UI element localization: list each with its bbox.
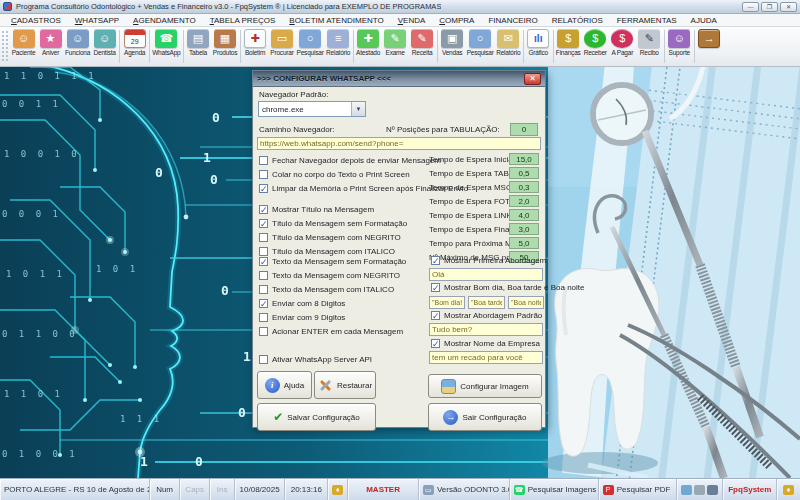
timer-inicial-field[interactable]: 15,0 bbox=[509, 153, 539, 165]
sair-configuracao-button[interactable]: → Sair Configuração bbox=[428, 403, 542, 431]
boa-tarde-input[interactable] bbox=[468, 296, 505, 309]
restore-button[interactable]: ❐ bbox=[761, 2, 778, 12]
timer-foto-field[interactable]: 2,0 bbox=[509, 195, 539, 207]
checkbox-texto-negrito[interactable]: Texto da Mensagem com NEGRITO bbox=[259, 271, 400, 280]
checkbox-enviar-8-digitos[interactable]: ✓Enviar com 8 Digitos bbox=[259, 299, 345, 308]
configurar-imagem-button[interactable]: Configurar Imagem bbox=[428, 374, 542, 398]
nome-empresa-input[interactable] bbox=[429, 351, 543, 364]
monitor-icon[interactable] bbox=[707, 485, 718, 495]
abordagem-padrao-input[interactable] bbox=[429, 323, 543, 336]
svg-text:0 0 0 1: 0 0 0 1 bbox=[2, 209, 61, 219]
toolbar-procurar-button[interactable]: ▭Procurar bbox=[269, 27, 296, 66]
checkbox-mostrar-abordagem-padrao[interactable]: ✓Mostrar Abordagem Padrão bbox=[431, 311, 542, 320]
bom-dia-input[interactable] bbox=[429, 296, 465, 309]
toolbar-whatsapp-button[interactable]: ☎WhatsApp bbox=[151, 27, 181, 66]
svg-text:0: 0 bbox=[195, 454, 203, 469]
toolbar-vendas-button[interactable]: ▣Vendas bbox=[439, 27, 466, 66]
sales-cart-icon: ▣ bbox=[441, 29, 463, 48]
toolbar-aniver-button[interactable]: ★Aniver bbox=[37, 27, 64, 66]
menu-boletim-atendimento[interactable]: BOLETIM ATENDIMENTO bbox=[282, 16, 390, 25]
timer-msg-field[interactable]: 0,3 bbox=[509, 181, 539, 193]
toolbar-separator bbox=[149, 30, 150, 63]
menu-ferramentas[interactable]: FERRAMENTAS bbox=[610, 16, 684, 25]
prescription-icon: ✎ bbox=[411, 29, 433, 48]
toolbar-recibo-button[interactable]: ✎Recibo bbox=[636, 27, 663, 66]
checkbox-titulo-italico[interactable]: Título da Mensagem com ITALICO bbox=[259, 247, 395, 256]
toolbar-funcionario-button[interactable]: ☺Funciona bbox=[64, 27, 91, 66]
toolbar-suporte-button[interactable]: ☺Suporte bbox=[666, 27, 693, 66]
whatsapp-icon: ☎ bbox=[155, 29, 177, 48]
toolbar-pesquisar-button[interactable]: ○Pesquisar bbox=[296, 27, 325, 66]
menu-venda[interactable]: VENDA bbox=[391, 16, 433, 25]
checkbox-mostrar-bom-dia[interactable]: ✓Mostrar Bom dia, Boa tarde e Boa noite bbox=[431, 283, 585, 292]
checkbox-texto-sem-formatacao[interactable]: ✓Texto da Mensagem sem Formatação bbox=[259, 257, 406, 266]
salvar-configuracao-button[interactable]: ✔ Salvar Configuração bbox=[257, 403, 376, 431]
ajuda-button[interactable]: i Ajuda bbox=[257, 371, 312, 399]
menu-tabela-precos[interactable]: TABELA PREÇOS bbox=[203, 16, 283, 25]
toolbar-relatorio-button[interactable]: ≡Relatório bbox=[325, 27, 352, 66]
menu-agendamento[interactable]: AGENDAMENTO bbox=[126, 16, 203, 25]
toolbar-dentista-button[interactable]: ☺Dentista bbox=[91, 27, 118, 66]
toolbar-atestado-button[interactable]: ✚Atestado bbox=[355, 27, 382, 66]
checkbox-titulo-negrito[interactable]: Título da Mensagem com NEGRITO bbox=[259, 233, 401, 242]
checkbox-texto-italico[interactable]: Texto da Mensagem com ITALICO bbox=[259, 285, 394, 294]
checkbox-titulo-sem-formatacao[interactable]: ✓Título da Mensagem sem Formatação bbox=[259, 219, 407, 228]
boa-noite-input[interactable] bbox=[508, 296, 544, 309]
timer-link-field[interactable]: 4,0 bbox=[509, 209, 539, 221]
dialog-close-button[interactable]: ✕ bbox=[524, 73, 541, 85]
tab-positions-field[interactable]: 0 bbox=[510, 123, 538, 136]
toolbar-agenda-button[interactable]: 29Agenda bbox=[121, 27, 148, 66]
minimize-button[interactable]: — bbox=[742, 2, 759, 12]
close-button[interactable]: ✕ bbox=[780, 2, 797, 12]
checkbox-fechar-navegador[interactable]: Fechar Navegador depois de enviar Mensag… bbox=[259, 156, 441, 165]
checkbox-mostrar-nome-empresa[interactable]: ✓Mostrar Nome da Empresa bbox=[431, 339, 540, 348]
menu-ajuda[interactable]: AJUDA bbox=[684, 16, 724, 25]
search-images-button[interactable]: ☎Pesquisar Imagens bbox=[510, 479, 599, 500]
toolbar-grafico-button[interactable]: ılıGráfico bbox=[525, 27, 552, 66]
toolbar-receber-button[interactable]: $Receber bbox=[582, 27, 609, 66]
support-agent-icon: ☺ bbox=[668, 29, 690, 48]
browser-select[interactable]: chrome.exe ▼ bbox=[258, 101, 366, 117]
toolbar-exame-button[interactable]: ✎Exame bbox=[382, 27, 409, 66]
checkbox-mostrar-primeira-abordagem[interactable]: ✓Mostrar Primeira Abordagem bbox=[431, 256, 546, 265]
timer-finalizacao-field[interactable]: 3,0 bbox=[509, 223, 539, 235]
checkbox-box: ✓ bbox=[431, 311, 440, 320]
application-window: { "window": { "title": "Programa Consult… bbox=[0, 0, 800, 500]
menu-cadastros[interactable]: CADASTROS bbox=[4, 16, 68, 25]
checkbox-ativar-server-api[interactable]: Ativar WhatsApp Server API bbox=[259, 355, 372, 364]
toolbar-receita-button[interactable]: ✎Receita bbox=[409, 27, 436, 66]
primeira-abordagem-input[interactable] bbox=[429, 268, 543, 281]
toolbar-produtos-button[interactable]: ▦Produtos bbox=[212, 27, 239, 66]
menu-financeiro[interactable]: FINANCEIRO bbox=[481, 16, 544, 25]
toolbar-apagar-button[interactable]: $A Pagar bbox=[609, 27, 636, 66]
checkbox-colar-printscreen[interactable]: Colar no corpo do Texto o Print Screen bbox=[259, 170, 410, 179]
restaurar-button[interactable]: Restaurar bbox=[314, 371, 376, 399]
menu-relatorios[interactable]: RELATÓRIOS bbox=[545, 16, 610, 25]
menu-compra[interactable]: COMPRA bbox=[432, 16, 481, 25]
toolbar-pesquisar2-button[interactable]: ○Pesquisar bbox=[466, 27, 495, 66]
checkbox-box bbox=[259, 327, 268, 336]
checkbox-mostrar-titulo[interactable]: ✓Mostrar Título na Mensagem bbox=[259, 205, 374, 214]
toolbar-tabela-button[interactable]: ▤Tabela bbox=[185, 27, 212, 66]
toolbar-sair-button[interactable]: → bbox=[696, 27, 723, 66]
configurar-whatsapp-dialog: >>> CONFIGURAR WHATSAPP <<< ✕ Navegador … bbox=[252, 70, 546, 428]
menu-whatsapp[interactable]: WHATSAPP bbox=[68, 16, 126, 25]
checkbox-enviar-9-digitos[interactable]: Enviar com 9 Digitos bbox=[259, 313, 345, 322]
svg-text:0 1 0 0 1: 0 1 0 0 1 bbox=[2, 449, 78, 459]
toolbar-paciente-button[interactable]: ☺Paciente bbox=[10, 27, 37, 66]
status-version-cell: ▭Versão ODONTO 3.0 bbox=[419, 479, 510, 500]
toolbar-relatorio2-button[interactable]: ✉Relatório bbox=[495, 27, 522, 66]
toolbar-financas-button[interactable]: $Finanças bbox=[555, 27, 582, 66]
timer-proxima-msg-field[interactable]: 5,0 bbox=[509, 237, 539, 249]
toolbar-separator bbox=[353, 30, 354, 63]
checkbox-acionar-enter[interactable]: Acionar ENTER em cada Mensagem bbox=[259, 327, 403, 336]
search-pdf-button[interactable]: PPesquisar PDF bbox=[599, 479, 677, 500]
browser-url-input[interactable] bbox=[257, 137, 541, 150]
timer-tab-field[interactable]: 0,5 bbox=[509, 167, 539, 179]
image-tool-icon[interactable] bbox=[681, 485, 692, 495]
printer-icon[interactable] bbox=[694, 485, 705, 495]
status-end-cell: ♦ bbox=[777, 479, 800, 500]
toolbar-boletim-button[interactable]: ✚Boletim bbox=[242, 27, 269, 66]
status-location-date: PORTO ALEGRE - RS 10 de Agosto de 2025 -… bbox=[0, 479, 150, 500]
checkbox-box bbox=[259, 271, 268, 280]
